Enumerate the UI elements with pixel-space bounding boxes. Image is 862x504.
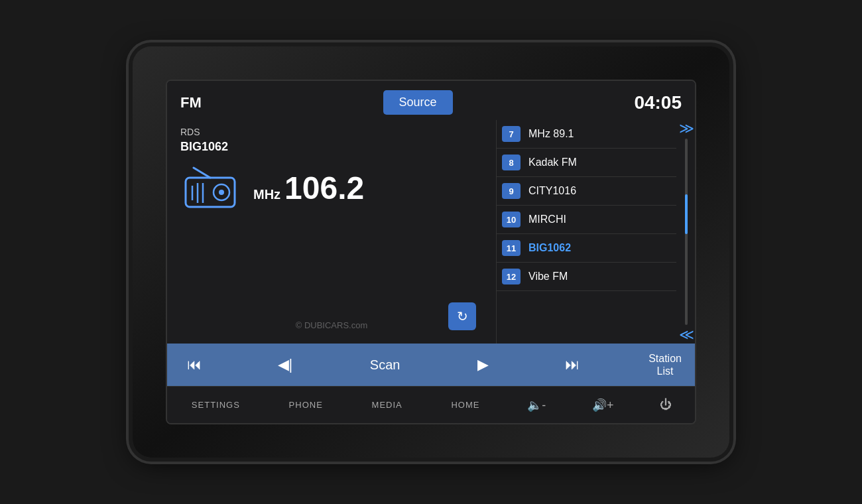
list-item[interactable]: 8Kadak FM <box>497 149 676 177</box>
svg-line-0 <box>194 168 210 178</box>
nav-phone[interactable]: PHONE <box>281 395 331 415</box>
station-item-name: Vibe FM <box>528 271 568 283</box>
vol-up-icon[interactable]: 🔊+ <box>585 393 621 418</box>
station-item-name: MHz 89.1 <box>528 128 574 140</box>
vol-down-icon[interactable]: 🔈- <box>521 393 552 418</box>
station-num-badge: 8 <box>502 155 521 170</box>
station-item-name: BIG1062 <box>528 242 571 254</box>
left-panel: RDS BIG1062 <box>167 120 496 344</box>
scroll-track: ≫ ≪ <box>679 120 694 344</box>
freq-display: MHz 106.2 <box>253 170 364 206</box>
fm-label: FM <box>180 94 202 111</box>
skip-forward-button[interactable]: ⏭ <box>558 352 586 377</box>
power-icon[interactable]: ⏻ <box>653 393 678 417</box>
station-item-name: CITY1016 <box>528 185 576 197</box>
svg-point-6 <box>219 190 224 195</box>
forward-button[interactable]: ▶ <box>471 352 495 377</box>
skip-back-icon: ⏮ <box>187 356 202 373</box>
refresh-icon: ↻ <box>457 308 468 324</box>
nav-media[interactable]: MEDIA <box>364 395 410 415</box>
station-num-badge: 9 <box>502 183 521 199</box>
middle-area: RDS BIG1062 <box>167 120 695 344</box>
scroll-up-icon[interactable]: ≫ <box>679 121 694 136</box>
time-display: 04:05 <box>634 92 682 113</box>
bottom-controls: ⏮ ◀| Scan ▶ ⏭ StationList <box>167 344 695 386</box>
scan-button[interactable]: Scan <box>362 353 408 377</box>
station-list: 7MHz 89.18Kadak FM9CITY101610MIRCHI11BIG… <box>497 120 676 344</box>
rewind-button[interactable]: ◀| <box>271 352 300 377</box>
station-list-button[interactable]: StationList <box>648 352 682 377</box>
main-content: FM Source 04:05 RDS BIG1062 <box>167 81 695 386</box>
station-item-name: Kadak FM <box>528 157 577 168</box>
watermark: © DUBICARS.com <box>296 320 368 330</box>
scroll-bar <box>685 139 688 325</box>
station-num-badge: 7 <box>502 126 521 142</box>
list-item[interactable]: 9CITY1016 <box>497 177 676 206</box>
freq-unit: MHz <box>253 187 280 202</box>
screen: FM Source 04:05 RDS BIG1062 <box>166 80 696 424</box>
right-panel: 7MHz 89.18Kadak FM9CITY101610MIRCHI11BIG… <box>496 120 695 344</box>
rewind-icon: ◀| <box>278 356 293 373</box>
radio-display-area: MHz 106.2 <box>180 164 483 211</box>
scroll-down-icon[interactable]: ≪ <box>679 328 694 342</box>
list-item[interactable]: 10MIRCHI <box>497 206 676 234</box>
station-item-name: MIRCHI <box>528 214 566 225</box>
forward-icon: ▶ <box>477 356 489 373</box>
freq-value: 106.2 <box>284 170 364 206</box>
station-name-display: BIG1062 <box>180 140 483 154</box>
skip-back-button[interactable]: ⏮ <box>180 352 208 377</box>
nav-settings[interactable]: SETTINGS <box>184 395 248 415</box>
scroll-thumb <box>685 194 688 234</box>
station-num-badge: 12 <box>502 269 521 284</box>
top-bar: FM Source 04:05 <box>167 81 695 120</box>
skip-forward-icon: ⏭ <box>565 356 580 373</box>
nav-home[interactable]: HOME <box>443 395 487 415</box>
station-num-badge: 10 <box>502 212 521 227</box>
list-item[interactable]: 12Vibe FM <box>497 263 676 291</box>
rds-label: RDS <box>180 127 483 137</box>
station-num-badge: 11 <box>502 240 521 256</box>
radio-icon <box>180 164 240 211</box>
nav-bar: SETTINGS PHONE MEDIA HOME 🔈- 🔊+ ⏻ <box>167 386 695 423</box>
list-item[interactable]: 11BIG1062 <box>497 234 676 263</box>
source-button[interactable]: Source <box>383 90 453 115</box>
refresh-button[interactable]: ↻ <box>448 302 476 330</box>
car-bezel: FM Source 04:05 RDS BIG1062 <box>133 46 729 458</box>
list-item[interactable]: 7MHz 89.1 <box>497 120 676 149</box>
